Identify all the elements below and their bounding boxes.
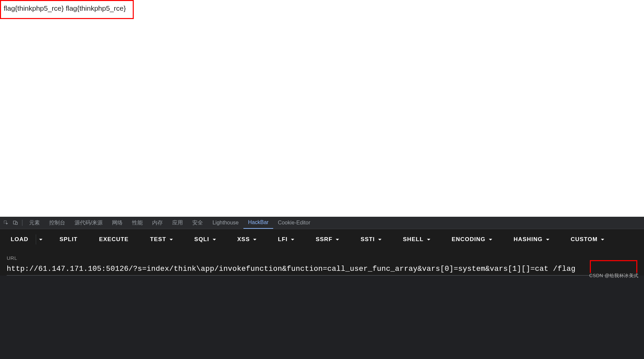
tab-application[interactable]: 应用 bbox=[168, 217, 188, 229]
hashing-dropdown[interactable]: HASHING bbox=[507, 232, 556, 246]
custom-label: CUSTOM bbox=[571, 236, 598, 243]
execute-button-label: EXECUTE bbox=[99, 236, 129, 243]
lfi-label: LFI bbox=[278, 236, 288, 243]
tab-elements[interactable]: 元素 bbox=[24, 217, 44, 229]
custom-dropdown[interactable]: CUSTOM bbox=[564, 232, 611, 246]
tab-sources[interactable]: 源代码/来源 bbox=[70, 217, 107, 229]
chevron-down-icon bbox=[291, 239, 294, 240]
load-dropdown[interactable] bbox=[37, 232, 45, 246]
shell-label: SHELL bbox=[403, 236, 424, 243]
svg-rect-2 bbox=[16, 222, 17, 224]
url-label: URL bbox=[7, 255, 637, 261]
xss-label: XSS bbox=[237, 236, 250, 243]
chevron-down-icon bbox=[546, 239, 549, 240]
ssti-label: SSTI bbox=[360, 236, 375, 243]
tab-memory[interactable]: 内存 bbox=[147, 217, 168, 229]
chevron-down-icon bbox=[427, 239, 430, 240]
ssrf-dropdown[interactable]: SSRF bbox=[309, 232, 346, 246]
test-label: TEST bbox=[150, 236, 166, 243]
chevron-down-icon bbox=[170, 239, 173, 240]
tab-cookie-editor[interactable]: Cookie-Editor bbox=[273, 217, 315, 229]
ssrf-label: SSRF bbox=[316, 236, 332, 243]
tab-security[interactable]: 安全 bbox=[188, 217, 208, 229]
split-button-label: SPLIT bbox=[60, 236, 78, 243]
lfi-dropdown[interactable]: LFI bbox=[271, 232, 301, 246]
hackbar-toolbar: LOAD SPLIT EXECUTE TEST SQLI XSS LFI bbox=[0, 229, 644, 250]
sqli-label: SQLI bbox=[194, 236, 209, 243]
url-input-wrap bbox=[7, 264, 637, 276]
execute-button[interactable]: EXECUTE bbox=[92, 232, 135, 246]
tab-performance[interactable]: 性能 bbox=[127, 217, 147, 229]
tab-hackbar[interactable]: HackBar bbox=[243, 217, 273, 229]
load-button[interactable]: LOAD bbox=[4, 232, 35, 246]
divider bbox=[22, 220, 22, 226]
device-toolbar-icon[interactable] bbox=[11, 218, 20, 227]
tab-network[interactable]: 网络 bbox=[107, 217, 127, 229]
ssti-dropdown[interactable]: SSTI bbox=[354, 232, 388, 246]
test-dropdown[interactable]: TEST bbox=[143, 232, 180, 246]
url-section: URL bbox=[0, 250, 644, 276]
chevron-down-icon bbox=[378, 239, 382, 240]
split-button[interactable]: SPLIT bbox=[53, 232, 84, 246]
chevron-down-icon bbox=[336, 239, 339, 240]
flag-text: flag{thinkphp5_rce} flag{thinkphp5_rce} bbox=[4, 4, 126, 12]
page-content-area: flag{thinkphp5_rce} flag{thinkphp5_rce} bbox=[0, 0, 644, 217]
chevron-down-icon bbox=[601, 239, 604, 240]
chevron-down-icon bbox=[213, 239, 216, 240]
sqli-dropdown[interactable]: SQLI bbox=[188, 232, 222, 246]
encoding-label: ENCODING bbox=[452, 236, 486, 243]
url-input[interactable] bbox=[7, 264, 637, 276]
chevron-down-icon bbox=[253, 239, 256, 240]
xss-dropdown[interactable]: XSS bbox=[231, 232, 263, 246]
tab-console[interactable]: 控制台 bbox=[44, 217, 70, 229]
encoding-dropdown[interactable]: ENCODING bbox=[445, 232, 499, 246]
tab-lighthouse[interactable]: Lighthouse bbox=[208, 217, 243, 229]
shell-dropdown[interactable]: SHELL bbox=[396, 232, 437, 246]
flag-highlight-box: flag{thinkphp5_rce} flag{thinkphp5_rce} bbox=[0, 0, 134, 19]
inspect-element-icon[interactable] bbox=[1, 218, 11, 227]
devtools-panel: 元素 控制台 源代码/来源 网络 性能 内存 应用 安全 Lighthouse … bbox=[0, 217, 644, 359]
divider bbox=[36, 234, 36, 244]
chevron-down-icon bbox=[39, 239, 42, 240]
chevron-down-icon bbox=[489, 239, 492, 240]
hashing-label: HASHING bbox=[514, 236, 543, 243]
load-button-label: LOAD bbox=[11, 236, 28, 243]
devtools-tab-bar: 元素 控制台 源代码/来源 网络 性能 内存 应用 安全 Lighthouse … bbox=[0, 217, 644, 229]
